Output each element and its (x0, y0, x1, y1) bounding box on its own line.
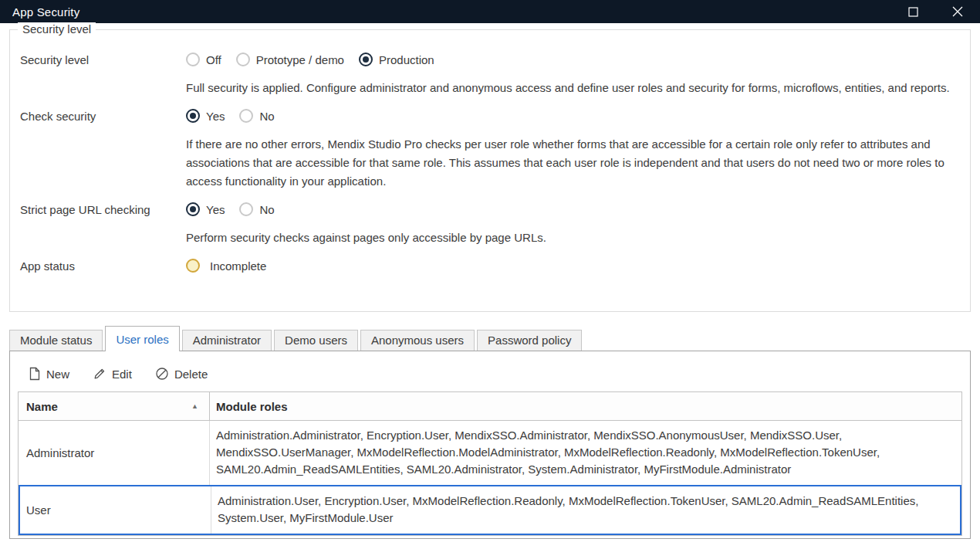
radio-option-yes[interactable]: Yes (186, 202, 225, 216)
app-status-row: App status Incomplete (10, 257, 970, 274)
strict-url-description: Perform security checks against pages on… (186, 229, 959, 247)
app-status-text: Incomplete (210, 259, 266, 273)
radio-icon[interactable] (359, 53, 373, 66)
new-button-label: New (46, 368, 69, 381)
delete-button-label: Delete (174, 368, 208, 381)
new-button[interactable]: New (28, 367, 69, 381)
radio-option-no[interactable]: No (239, 202, 274, 216)
strict-url-radio-group: Yes No (186, 202, 275, 216)
radio-option-yes[interactable]: Yes (186, 109, 225, 123)
column-header-roles-label: Module roles (216, 400, 288, 413)
close-icon (952, 6, 963, 17)
groupbox-legend: Security level (18, 22, 96, 36)
table-row-administrator[interactable]: Administrator Administration.Administrat… (19, 421, 961, 485)
new-document-icon (28, 367, 41, 381)
security-level-label: Security level (10, 53, 186, 66)
radio-label: No (259, 203, 274, 216)
strict-url-label: Strict page URL checking (10, 203, 186, 216)
strict-url-row: Strict page URL checking Yes No (10, 201, 970, 218)
column-header-name-label: Name (26, 400, 58, 413)
tab-password-policy[interactable]: Password policy (477, 330, 582, 351)
check-security-row: Check security Yes No (10, 107, 970, 124)
radio-label: No (259, 110, 274, 123)
radio-label: Production (379, 53, 434, 66)
radio-option-no[interactable]: No (239, 109, 274, 123)
tab-administrator[interactable]: Administrator (182, 330, 272, 351)
security-level-row: Security level Off Prototype / demo Prod… (10, 51, 970, 68)
tab-module-status[interactable]: Module status (9, 330, 103, 351)
tab-anonymous-users[interactable]: Anonymous users (360, 330, 475, 351)
radio-option-off[interactable]: Off (186, 53, 221, 66)
user-roles-table: Name ▲ Module roles Administrator Admini… (18, 391, 962, 536)
window-title: App Security (12, 5, 79, 19)
app-status-label: App status (10, 259, 186, 273)
radio-option-prototype-demo[interactable]: Prototype / demo (236, 53, 344, 66)
check-security-radio-group: Yes No (186, 109, 275, 123)
check-security-label: Check security (10, 110, 186, 123)
window-controls (890, 0, 980, 23)
radio-label: Off (206, 53, 221, 66)
app-status-value: Incomplete (186, 259, 266, 273)
radio-icon[interactable] (239, 202, 253, 216)
radio-option-production[interactable]: Production (359, 53, 434, 66)
security-level-description: Full security is applied. Configure admi… (186, 79, 959, 97)
pencil-icon (93, 367, 106, 381)
radio-icon[interactable] (186, 53, 200, 66)
security-tabs: Module status User roles Administrator D… (9, 327, 971, 351)
tab-user-roles[interactable]: User roles (105, 326, 179, 351)
radio-icon[interactable] (186, 109, 200, 123)
table-header-row: Name ▲ Module roles (19, 392, 961, 421)
radio-icon[interactable] (236, 53, 250, 66)
radio-icon[interactable] (186, 202, 200, 216)
module-roles-cell: Administration.Administrator, Encryption… (210, 421, 961, 485)
no-entry-icon (155, 367, 169, 381)
maximize-icon (908, 7, 918, 17)
security-level-radio-group: Off Prototype / demo Production (186, 53, 434, 66)
sort-ascending-icon: ▲ (191, 402, 198, 410)
user-roles-toolbar: New Edit Delete (18, 367, 962, 381)
close-button[interactable] (935, 0, 980, 23)
delete-button[interactable]: Delete (155, 367, 208, 381)
radio-label: Prototype / demo (256, 53, 344, 66)
role-name-cell: Administrator (19, 421, 210, 485)
window-titlebar: App Security (0, 0, 980, 23)
table-row-user[interactable]: User Administration.User, Encryption.Use… (19, 485, 961, 535)
maximize-button[interactable] (890, 0, 935, 23)
check-security-description: If there are no other errors, Mendix Stu… (186, 135, 959, 191)
status-incomplete-icon (186, 259, 200, 273)
column-header-module-roles[interactable]: Module roles (210, 392, 961, 420)
column-header-name[interactable]: Name ▲ (19, 392, 210, 420)
edit-button[interactable]: Edit (93, 367, 132, 381)
radio-icon[interactable] (239, 109, 253, 123)
radio-label: Yes (206, 203, 225, 216)
role-name-cell: User (20, 486, 211, 534)
user-roles-panel: New Edit Delete Name ▲ Module roles (9, 351, 971, 539)
module-roles-cell: Administration.User, Encryption.User, Mx… (211, 486, 960, 534)
radio-label: Yes (206, 110, 225, 123)
edit-button-label: Edit (112, 368, 132, 381)
tab-demo-users[interactable]: Demo users (274, 330, 358, 351)
security-level-groupbox: Security level Security level Off Protot… (9, 29, 971, 312)
